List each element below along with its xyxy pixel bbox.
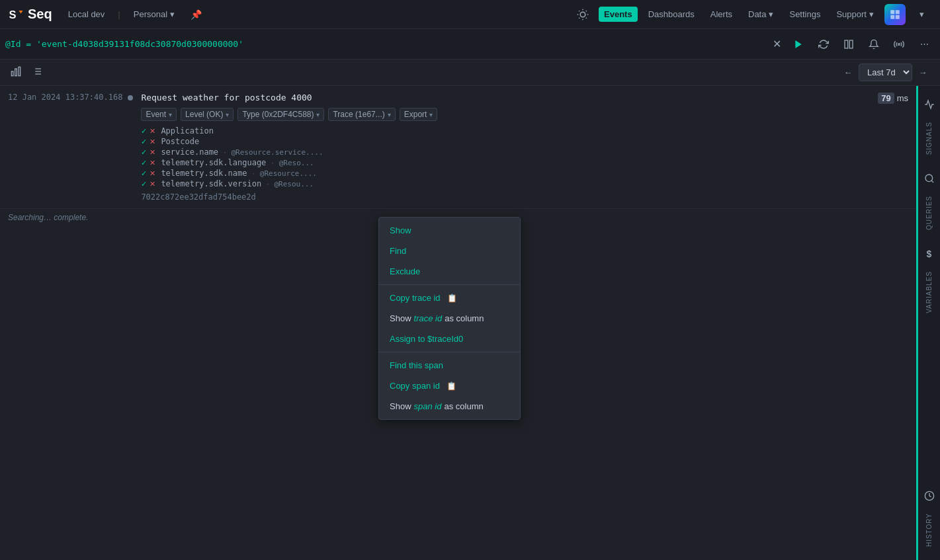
field-attr-sdk-language: @Reso... xyxy=(279,159,314,167)
svg-rect-11 xyxy=(19,67,21,75)
field-name-service: service.name xyxy=(161,147,218,157)
alert-button[interactable] xyxy=(863,34,884,55)
check-icon: ✓ xyxy=(141,180,147,188)
tag-type[interactable]: Type (0x2DF4C588) ▾ xyxy=(237,108,324,121)
svg-point-8 xyxy=(898,43,900,45)
svg-rect-10 xyxy=(15,69,17,76)
duration-number: 79 xyxy=(878,93,894,104)
sidebar-signals-icon[interactable] xyxy=(919,94,940,115)
event-tags: Event ▾ Level (OK) ▾ Type (0x2DF4C588) ▾… xyxy=(141,108,878,121)
sidebar-variables-icon[interactable]: $ xyxy=(919,243,940,264)
time-forward-button[interactable]: → xyxy=(914,63,932,82)
main-content: 12 Jan 2024 13:37:40.168 Request weather… xyxy=(0,86,940,560)
check-icon: ✓ xyxy=(141,127,147,136)
sidebar-queries-icon[interactable] xyxy=(919,168,940,189)
svg-point-3 xyxy=(580,12,585,17)
menu-separator-1 xyxy=(379,284,520,285)
nav-support[interactable]: Support ▾ xyxy=(831,7,879,22)
nav-alerts[interactable]: Alerts xyxy=(705,7,738,22)
field-row-service-name: ✓ ✕ service.name · @Resource.service.... xyxy=(141,147,878,157)
sidebar-section-queries: QUERIES xyxy=(919,168,940,235)
menu-item-copy-span-id[interactable]: Copy span id 📋 xyxy=(379,376,520,396)
query-bar: ✕ ⋯ xyxy=(0,29,940,60)
tag-event[interactable]: Event ▾ xyxy=(141,108,177,121)
menu-item-find-span[interactable]: Find this span xyxy=(379,355,520,376)
time-navigation: ← Last 7d → xyxy=(839,63,932,82)
nav-events[interactable]: Events xyxy=(599,7,638,22)
chart-view-button[interactable] xyxy=(8,63,24,81)
list-view-button[interactable] xyxy=(29,63,45,81)
tag-event-chevron-icon: ▾ xyxy=(169,111,172,118)
sidebar-section-signals: SIGNALS xyxy=(919,94,940,160)
sidebar-section-history: HISTORY xyxy=(919,485,940,552)
x-icon: ✕ xyxy=(150,138,155,146)
time-range-select[interactable]: Last 7d xyxy=(859,63,912,81)
check-icon: ✓ xyxy=(141,138,147,146)
query-clear-button[interactable]: ✕ xyxy=(770,38,784,50)
instance-label: Local dev xyxy=(63,7,110,22)
clipboard-icon: 📋 xyxy=(447,294,457,303)
field-attr-sdk-version: @Resou... xyxy=(274,180,314,188)
tag-trace-chevron-icon: ▾ xyxy=(388,111,391,118)
svg-rect-9 xyxy=(11,71,13,76)
split-view-button[interactable] xyxy=(838,34,859,55)
x-icon: ✕ xyxy=(150,159,155,167)
query-input[interactable] xyxy=(5,39,766,49)
field-name-postcode: Postcode xyxy=(161,137,199,146)
logo[interactable]: S Seq xyxy=(8,7,52,22)
nav-settings[interactable]: Settings xyxy=(784,7,826,22)
sidebar-queries-label: QUERIES xyxy=(925,190,933,235)
event-message: Request weather for postcode 4000 xyxy=(141,93,878,102)
menu-item-assign-trace[interactable]: Assign to $traceId0 xyxy=(379,329,520,349)
app-name: Seq xyxy=(28,7,52,22)
tag-level[interactable]: Level (OK) ▾ xyxy=(181,108,234,121)
context-menu: Show Find Exclude Copy trace id 📋 Show t… xyxy=(378,217,521,420)
menu-item-find[interactable]: Find xyxy=(379,241,520,261)
menu-item-show-span-column[interactable]: Show span id as column xyxy=(379,396,520,417)
nav-data[interactable]: Data ▾ xyxy=(743,7,779,22)
field-attr-sdk-name: @Resource.... xyxy=(260,169,317,178)
sidebar-section-variables: $ VARIABLES xyxy=(919,243,940,319)
menu-item-show-trace-column[interactable]: Show trace id as column xyxy=(379,308,520,329)
event-fields: ✓ ✕ Application ✓ ✕ Postcode xyxy=(141,126,878,188)
x-icon: ✕ xyxy=(150,127,155,136)
x-icon: ✕ xyxy=(150,148,155,157)
trace-value: 7022c872ee32dfad754bee2d xyxy=(141,192,878,202)
duration-unit: ms xyxy=(897,93,908,103)
workspace-selector[interactable]: Personal ▾ xyxy=(128,7,180,22)
time-back-button[interactable]: ← xyxy=(839,63,857,82)
field-name-sdk-version: telemetry.sdk.version xyxy=(161,179,261,188)
event-duration: 79 ms xyxy=(878,93,908,104)
menu-item-show[interactable]: Show xyxy=(379,220,520,241)
field-row-postcode: ✓ ✕ Postcode xyxy=(141,137,878,146)
tag-export[interactable]: Export ▾ xyxy=(400,108,438,121)
field-attr-service: @Resource.service.... xyxy=(231,148,323,157)
theme-toggle[interactable] xyxy=(572,4,593,25)
more-options-button[interactable]: ⋯ xyxy=(914,34,935,55)
pin-icon[interactable]: 📌 xyxy=(185,4,206,25)
sidebar-history-label: HISTORY xyxy=(925,508,933,552)
clipboard-span-icon: 📋 xyxy=(447,381,456,391)
field-row-application: ✓ ✕ Application xyxy=(141,126,878,136)
tag-trace[interactable]: Trace (1e67...) ▾ xyxy=(328,108,395,121)
refresh-button[interactable] xyxy=(813,34,834,55)
field-row-sdk-name: ✓ ✕ telemetry.sdk.name · @Resource.... xyxy=(141,169,878,178)
right-sidebar: SIGNALS QUERIES $ VARIABLES HISTORY xyxy=(916,86,940,560)
menu-item-exclude[interactable]: Exclude xyxy=(379,261,520,282)
events-area: 12 Jan 2024 13:37:40.168 Request weather… xyxy=(0,86,916,560)
tag-level-chevron-icon: ▾ xyxy=(226,111,229,118)
sidebar-history-icon[interactable] xyxy=(919,485,940,506)
run-query-button[interactable] xyxy=(788,34,809,55)
nav-dashboards[interactable]: Dashboards xyxy=(643,7,700,22)
broadcast-button[interactable] xyxy=(888,34,910,55)
field-name-sdk-name: telemetry.sdk.name xyxy=(161,169,247,178)
event-content: Request weather for postcode 4000 Event … xyxy=(141,93,878,202)
svg-marker-5 xyxy=(795,40,801,48)
user-avatar[interactable] xyxy=(884,4,906,25)
field-name-application: Application xyxy=(161,126,213,136)
toolbar: ← Last 7d → xyxy=(0,60,940,86)
user-menu-toggle[interactable]: ▾ xyxy=(911,4,932,25)
menu-item-copy-trace-id[interactable]: Copy trace id 📋 xyxy=(379,288,520,308)
svg-text:S: S xyxy=(9,9,17,20)
field-row-sdk-language: ✓ ✕ telemetry.sdk.language · @Reso... xyxy=(141,158,878,167)
